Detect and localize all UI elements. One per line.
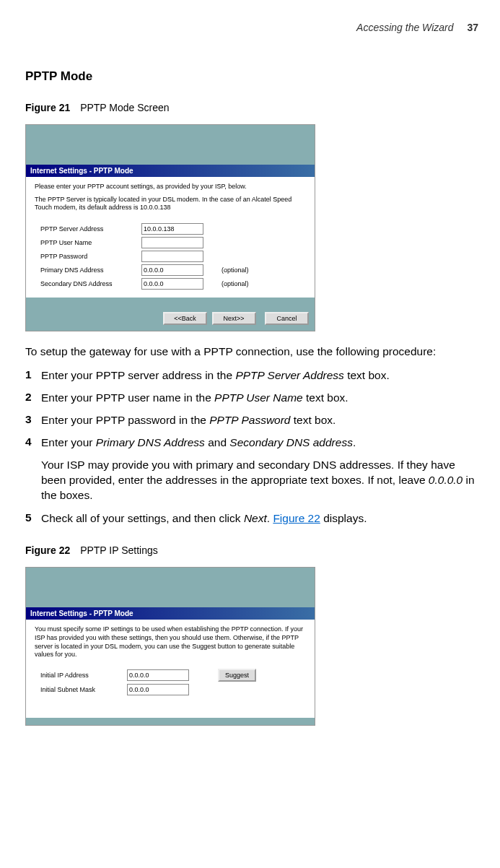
back-button[interactable]: <<Back [163, 312, 207, 325]
sdns-optional: (optional) [222, 280, 249, 287]
figure-21-num: Figure 21 [25, 102, 70, 113]
step-4: 4 Enter your Primary DNS Address and Sec… [25, 435, 478, 451]
sdns-input[interactable] [141, 278, 203, 290]
mask-input[interactable] [127, 684, 189, 695]
ip-label: Initial IP Address [35, 672, 127, 679]
intro-text-1: Please enter your PPTP account settings,… [35, 183, 306, 191]
intro-text-3: You must specify some IP settings to be … [35, 625, 306, 659]
server-label: PPTP Server Address [35, 225, 141, 233]
step-content: Check all of your settings, and then cli… [41, 511, 478, 526]
step-5: 5 Check all of your settings, and then c… [25, 511, 478, 526]
server-input[interactable] [141, 223, 203, 235]
field-row-ip: Initial IP Address Suggest [35, 669, 306, 682]
procedure-list-cont: 5 Check all of your settings, and then c… [25, 511, 478, 526]
mask-label: Initial Subnet Mask [35, 686, 127, 693]
step-num: 2 [25, 391, 41, 406]
figure-22-label: Figure 22 PPTP IP Settings [25, 544, 478, 556]
page-header: Accessing the Wizard 37 [25, 22, 478, 33]
step-num: 4 [25, 435, 41, 451]
header-section: Accessing the Wizard [356, 22, 453, 33]
pdns-label: Primary DNS Address [35, 266, 141, 274]
next-button[interactable]: Next>> [212, 312, 256, 325]
window-titlebar: Internet Settings - PPTP Mode [26, 165, 315, 177]
user-label: PPTP User Name [35, 239, 141, 246]
field-row-pdns: Primary DNS Address (optional) [35, 264, 306, 276]
pdns-input[interactable] [141, 264, 203, 276]
step-3: 3 Enter your PPTP password in the PPTP P… [25, 413, 478, 428]
step-num: 1 [25, 368, 41, 383]
ip-input[interactable] [127, 669, 189, 681]
step-2: 2 Enter your PPTP user name in the PPTP … [25, 391, 478, 406]
figure-21-caption: PPTP Mode Screen [80, 102, 169, 113]
button-row: <<Back Next>> Cancel [26, 305, 315, 331]
field-row-mask: Initial Subnet Mask [35, 684, 306, 695]
suggest-button[interactable]: Suggest [218, 669, 256, 682]
user-input[interactable] [141, 237, 203, 248]
procedure-list: 1 Enter your PPTP server address in the … [25, 368, 478, 451]
pass-input[interactable] [141, 251, 203, 262]
field-row-user: PPTP User Name [35, 237, 306, 248]
field-row-pass: PPTP Password [35, 251, 306, 262]
figure-21-label: Figure 21 PPTP Mode Screen [25, 102, 478, 113]
figure-22-link[interactable]: Figure 22 [273, 512, 320, 524]
step-content: Enter your PPTP password in the PPTP Pas… [41, 413, 478, 428]
step-1: 1 Enter your PPTP server address in the … [25, 368, 478, 383]
field-row-sdns: Secondary DNS Address (optional) [35, 278, 306, 290]
figure-22-screenshot: Internet Settings - PPTP Mode You must s… [25, 567, 315, 726]
figure-22-num: Figure 22 [25, 544, 70, 556]
intro-paragraph: To setup the gateway for use with a PPTP… [25, 344, 478, 360]
pdns-optional: (optional) [222, 266, 249, 274]
figure-21-screenshot: Internet Settings - PPTP Mode Please ent… [25, 124, 315, 331]
field-row-server: PPTP Server Address [35, 223, 306, 235]
cancel-button[interactable]: Cancel [265, 312, 309, 325]
step-content: Enter your PPTP user name in the PPTP Us… [41, 391, 478, 406]
figure-22-caption: PPTP IP Settings [80, 544, 158, 556]
sdns-label: Secondary DNS Address [35, 280, 141, 287]
step-content: Enter your PPTP server address in the PP… [41, 368, 478, 383]
step-content: Enter your Primary DNS Address and Secon… [41, 435, 478, 451]
pass-label: PPTP Password [35, 253, 141, 260]
page-number: 37 [467, 22, 478, 33]
step-num: 5 [25, 511, 41, 526]
window-titlebar-2: Internet Settings - PPTP Mode [26, 607, 315, 620]
section-title: PPTP Mode [25, 69, 478, 84]
intro-text-2: The PPTP Server is typically located in … [35, 196, 306, 212]
step-4-note: Your ISP may provide you with primary an… [41, 458, 478, 503]
step-num: 3 [25, 413, 41, 428]
